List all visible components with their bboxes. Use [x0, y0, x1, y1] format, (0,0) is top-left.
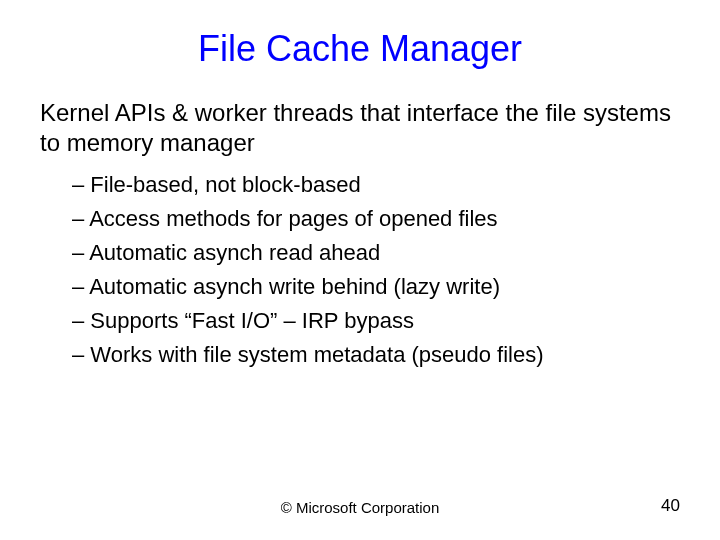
bullet-item: – Works with file system metadata (pseud… — [72, 338, 680, 372]
bullet-item: – File-based, not block-based — [72, 168, 680, 202]
bullet-item: – Access methods for pages of opened fil… — [72, 202, 680, 236]
copyright-text: © Microsoft Corporation — [281, 499, 440, 516]
slide-title: File Cache Manager — [40, 28, 680, 70]
bullet-item: – Supports “Fast I/O” – IRP bypass — [72, 304, 680, 338]
slide: File Cache Manager Kernel APIs & worker … — [0, 0, 720, 540]
page-number: 40 — [661, 496, 680, 516]
bullet-item: – Automatic asynch read ahead — [72, 236, 680, 270]
intro-text: Kernel APIs & worker threads that interf… — [40, 98, 680, 158]
bullet-list: – File-based, not block-based – Access m… — [40, 168, 680, 373]
bullet-item: – Automatic asynch write behind (lazy wr… — [72, 270, 680, 304]
footer: © Microsoft Corporation 40 — [0, 499, 720, 516]
